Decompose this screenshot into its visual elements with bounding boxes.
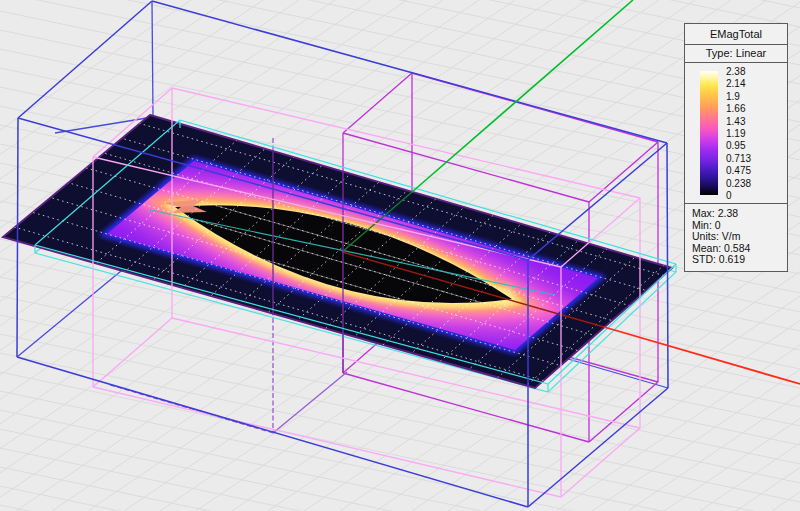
scale-value: 0.238	[726, 178, 751, 189]
legend-stats: Max: 2.38Min: 0Units: V/mMean: 0.584STD:…	[685, 204, 787, 271]
legend-scale-type: Type: Linear	[685, 45, 787, 63]
scale-value: 2.38	[726, 66, 745, 77]
colorbar-gradient	[700, 71, 718, 195]
3d-modeler-viewport[interactable]: EMagTotal Type: Linear 2.382.141.91.661.…	[0, 0, 800, 511]
legend-colorbar-section: 2.382.141.91.661.431.190.950.7130.4750.2…	[685, 63, 787, 204]
legend-panel[interactable]: EMagTotal Type: Linear 2.382.141.91.661.…	[684, 23, 788, 272]
scale-value: 1.66	[726, 103, 745, 114]
scale-value: 1.19	[726, 128, 745, 139]
scale-value: 0.95	[726, 140, 745, 151]
scale-value: 1.9	[726, 91, 740, 102]
scale-value: 1.43	[726, 116, 745, 127]
legend-stat: Units: V/m	[692, 231, 783, 243]
scale-value: 0.475	[726, 165, 751, 176]
legend-stat: Max: 2.38	[692, 208, 783, 220]
scale-value: 0.713	[726, 153, 751, 164]
scene-canvas[interactable]	[0, 0, 800, 511]
legend-stat: STD: 0.619	[692, 254, 783, 266]
scale-value: 2.14	[726, 78, 745, 89]
legend-title: EMagTotal	[685, 24, 787, 45]
scale-value: 0	[726, 190, 732, 201]
